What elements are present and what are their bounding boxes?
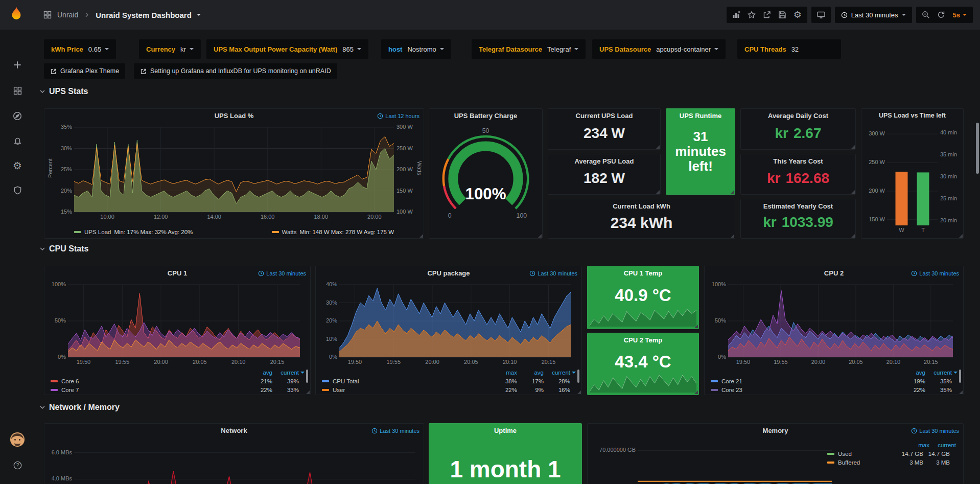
legend-scrollbar[interactable] (959, 370, 961, 383)
time-range-badge[interactable]: Last 30 minutes (371, 428, 419, 434)
dashboard-title[interactable]: Unraid System Dashboard (96, 11, 192, 19)
network-chart[interactable]: 6.0 MBs4.0 MBs2.0 MBs (45, 439, 423, 484)
panel-title[interactable]: Current Load kWh (548, 202, 735, 210)
panel-resize-handle[interactable] (731, 190, 734, 194)
add-panel-button[interactable] (729, 7, 744, 23)
panel-title[interactable]: Current UPS Load (548, 112, 660, 120)
legend-series-name[interactable]: CPU Total (333, 378, 491, 384)
help-icon[interactable]: ? (0, 454, 35, 476)
legend-col-current[interactable]: current (272, 370, 299, 376)
panel-resize-handle[interactable] (694, 325, 698, 328)
variable-value-dropdown[interactable]: kr (180, 45, 194, 53)
save-dashboard-button[interactable] (775, 7, 790, 23)
legend-col-max[interactable]: max (491, 370, 517, 376)
variable-value-dropdown[interactable]: 865 (342, 45, 361, 53)
ups-bars-chart[interactable]: 300 W250 W200 W150 W40 min35 min30 min25… (862, 123, 962, 235)
legend-series-name[interactable]: Core 21 (721, 378, 899, 384)
legend-scrollbar[interactable] (577, 370, 579, 383)
panel-resize-handle[interactable] (731, 234, 734, 238)
memory-chart[interactable]: 70.000000 GB60.000000 GB50.000000 GB (589, 439, 837, 484)
legend-col-avg[interactable]: avg (899, 370, 925, 376)
time-range-badge[interactable]: Last 30 minutes (258, 270, 306, 276)
panel-resize-handle[interactable] (656, 145, 660, 149)
section-header-network-memory[interactable]: Network / Memory (39, 403, 120, 412)
section-header-cpu-stats[interactable]: CPU Stats (39, 244, 88, 253)
create-plus-icon[interactable] (0, 54, 35, 76)
legend-item[interactable]: Watts Min: 148 W Max: 278 W Avg: 175 W (272, 229, 394, 235)
caret-down-icon[interactable] (197, 14, 201, 16)
legend-series-name[interactable]: UPS Load (84, 229, 111, 235)
refresh-icon[interactable] (934, 7, 949, 23)
panel-title[interactable]: CPU 2 Temp (588, 336, 698, 344)
panel-resize-handle[interactable] (851, 234, 855, 238)
link-grafana-plex-theme[interactable]: Grafana Plex Theme (44, 63, 125, 79)
link-ups-monitoring-guide[interactable]: Setting up Grafana and InfluxDB for UPS … (134, 63, 337, 79)
variable-value-dropdown[interactable]: 0.65 (88, 45, 109, 53)
time-picker-button[interactable]: Last 30 minutes (835, 7, 912, 23)
variable-value-dropdown[interactable]: Telegraf (547, 45, 578, 53)
panel-resize-handle[interactable] (306, 390, 310, 394)
legend-col-avg[interactable]: avg (517, 370, 544, 376)
tv-mode-icon[interactable] (813, 7, 829, 23)
share-dashboard-button[interactable] (759, 7, 775, 23)
star-dashboard-button[interactable] (744, 7, 759, 23)
dashboards-icon[interactable] (0, 79, 35, 102)
legend-series-name[interactable]: User (333, 387, 491, 393)
user-avatar[interactable] (0, 428, 35, 451)
legend-col-avg[interactable]: avg (246, 370, 272, 376)
variable-value-dropdown[interactable]: Nostromo (407, 45, 444, 53)
legend-series-name[interactable]: Buffered (838, 459, 897, 466)
panel-title[interactable]: CPU 1 Temp (588, 269, 698, 277)
legend-col-current[interactable]: current (544, 370, 570, 376)
panel-title[interactable]: Average Daily Cost (741, 112, 855, 120)
panel-title[interactable]: Average PSU Load (548, 157, 660, 165)
cpu1-chart[interactable]: 100%50%0%19:5019:5520:0020:0520:1020:15 (45, 282, 307, 367)
apps-grid-icon[interactable] (43, 10, 52, 19)
time-range-badge[interactable]: Last 30 minutes (911, 428, 959, 434)
panel-resize-handle[interactable] (959, 234, 963, 238)
panel-resize-handle[interactable] (959, 390, 963, 394)
page-scrollbar-thumb[interactable] (976, 123, 979, 174)
panel-resize-handle[interactable] (577, 390, 581, 394)
panel-title[interactable]: Uptime (429, 427, 581, 434)
ups-load-chart[interactable]: 35%30%25%20%15%300 W250 W200 W150 W100 W… (45, 124, 423, 222)
panel-title[interactable]: UPS Load vs Time left (861, 112, 963, 119)
legend-series-name[interactable]: Core 7 (61, 387, 246, 393)
legend-scrollbar[interactable] (306, 370, 308, 383)
refresh-interval-button[interactable]: 5s (949, 11, 971, 19)
panel-resize-handle[interactable] (419, 234, 423, 238)
legend-col-current[interactable]: current (925, 370, 952, 376)
cpu2-chart[interactable]: 100%50%0%19:5019:5520:0020:0520:1020:15 (706, 282, 960, 367)
time-range-badge[interactable]: Last 30 minutes (529, 270, 577, 276)
panel-title[interactable]: UPS Runtime (666, 112, 735, 120)
legend-series-name[interactable]: Watts (282, 229, 297, 235)
panel-title[interactable]: UPS Battery Charge (429, 112, 542, 120)
section-header-ups-stats[interactable]: UPS Stats (39, 87, 88, 96)
time-range-badge[interactable]: Last 12 hours (377, 113, 419, 119)
legend-col-current[interactable]: current (929, 442, 956, 448)
variable-value-input[interactable]: 32 (791, 45, 834, 53)
grafana-logo-icon[interactable] (7, 5, 26, 25)
zoom-out-icon[interactable] (918, 7, 934, 23)
panel-resize-handle[interactable] (538, 234, 542, 238)
panel-title[interactable]: UPS Load % (44, 112, 424, 120)
time-range-badge[interactable]: Last 30 minutes (911, 270, 959, 276)
cpu-package-chart[interactable]: 40%30%20%10%0%19:5019:5520:0020:0520:102… (317, 282, 578, 367)
battery-gauge[interactable]: 050100100% (434, 126, 537, 231)
legend-series-name[interactable]: Core 23 (721, 387, 899, 393)
panel-title[interactable]: Estimated Yearly Cost (741, 202, 855, 210)
variable-value-dropdown[interactable]: apcupsd-container (656, 45, 718, 53)
panel-title[interactable]: This Years Cost (741, 157, 855, 165)
panel-resize-handle[interactable] (851, 145, 855, 149)
legend-item[interactable]: UPS Load Min: 17% Max: 32% Avg: 20% (74, 229, 193, 235)
panel-title[interactable]: Network (44, 427, 424, 434)
panel-resize-handle[interactable] (694, 390, 698, 394)
panel-title[interactable]: Memory (588, 427, 963, 434)
panel-resize-handle[interactable] (656, 190, 660, 194)
configuration-gear-icon[interactable]: ⚙ (0, 154, 35, 177)
legend-col-max[interactable]: max (903, 442, 929, 448)
legend-series-name[interactable]: Used (838, 451, 897, 457)
legend-series-name[interactable]: Core 6 (61, 378, 246, 384)
dashboard-settings-icon[interactable]: ⚙ (790, 7, 805, 23)
breadcrumb-folder[interactable]: Unraid (57, 11, 78, 19)
